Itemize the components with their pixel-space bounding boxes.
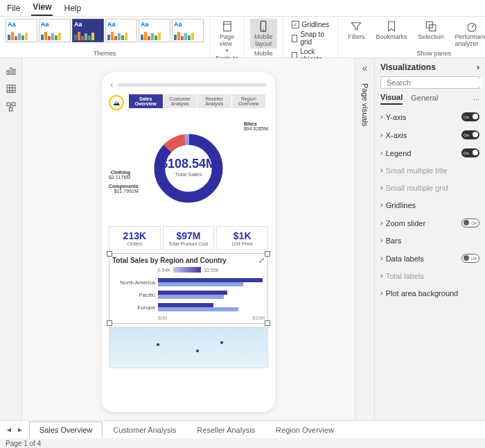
ribbon-show-panes-label: Show panes <box>417 50 452 57</box>
svg-line-7 <box>472 26 474 28</box>
svg-rect-10 <box>7 71 9 74</box>
report-view-icon[interactable] <box>6 65 17 76</box>
more-options-icon[interactable]: ··· <box>473 95 479 103</box>
theme-thumb[interactable]: Aa <box>105 19 137 42</box>
phone-tab-region[interactable]: Region Overview <box>232 94 266 108</box>
resize-handle[interactable] <box>107 251 112 257</box>
prop-bars[interactable]: Bars <box>380 232 479 249</box>
header-placeholder <box>118 83 267 87</box>
prop-legend[interactable]: LegendOn <box>380 144 479 162</box>
gridlines-checkbox[interactable]: Gridlines <box>292 21 329 28</box>
prop-total-labels: Total labels <box>380 267 479 284</box>
resize-handle[interactable] <box>265 251 270 257</box>
prev-page-icon[interactable]: ◄ <box>6 426 12 433</box>
svg-rect-13 <box>7 85 15 93</box>
resize-handle[interactable] <box>265 320 270 326</box>
color-scale-icon <box>173 267 201 273</box>
prop-small-mult-grid: Small multiple grid <box>380 179 479 196</box>
svg-rect-11 <box>10 68 12 74</box>
page-view-icon <box>221 20 233 33</box>
viz-pane-title: Visualizations <box>380 62 436 72</box>
toggle-off[interactable]: Off <box>461 254 479 263</box>
bookmarks-button[interactable]: Bookmarks <box>372 19 412 49</box>
toggle-off[interactable]: Off <box>461 218 479 227</box>
performance-icon <box>466 20 478 33</box>
back-icon[interactable]: ‹ <box>110 79 114 90</box>
legend-clothing: Clothing$2.1176M <box>109 170 130 180</box>
theme-thumb[interactable]: Aa <box>139 19 170 42</box>
expand-pane-icon[interactable]: « <box>362 62 368 74</box>
phone-tab-customer[interactable]: Customer Analysis <box>164 94 197 108</box>
kpi-product-cost[interactable]: $97MTotal Product Cost <box>163 226 215 250</box>
themes-gallery[interactable]: Aa Aa Aa Aa Aa Aa <box>6 19 204 42</box>
model-view-icon[interactable] <box>6 101 17 112</box>
toggle-on[interactable]: On <box>461 148 479 157</box>
theme-thumb[interactable]: Aa <box>172 19 204 42</box>
tab-general[interactable]: General <box>411 94 438 104</box>
checkbox-icon <box>292 35 298 42</box>
sheet-tab-customer[interactable]: Customer Analysis <box>103 422 186 438</box>
next-page-icon[interactable]: ► <box>17 426 24 433</box>
donut-chart[interactable]: $108.54M Total Sales Bikes$94.6205M Clot… <box>109 116 268 223</box>
phone-tab-sales[interactable]: Sales Overview <box>129 94 163 108</box>
theme-thumb[interactable]: Aa <box>39 19 71 42</box>
prop-zoom[interactable]: Zoom sliderOff <box>380 214 479 232</box>
visual-menu-icon[interactable]: ⤢ <box>258 256 265 265</box>
search-input[interactable] <box>387 78 482 87</box>
bookmark-icon <box>385 20 398 33</box>
prop-gridlines[interactable]: Gridlines <box>380 196 479 214</box>
sheet-tab-sales[interactable]: Sales Overview <box>29 422 103 438</box>
page-view-button[interactable]: Page view▾ <box>215 19 238 55</box>
menu-help[interactable]: Help <box>62 1 82 16</box>
menu-file[interactable]: File <box>6 1 21 16</box>
svg-rect-19 <box>12 103 15 106</box>
prop-data-labels[interactable]: Data labelsOff <box>380 249 479 267</box>
resize-handle[interactable] <box>107 320 112 326</box>
prop-xaxis[interactable]: X-axisOn <box>380 126 479 144</box>
checkbox-icon <box>292 21 299 28</box>
toggle-on[interactable]: On <box>461 112 479 121</box>
theme-thumb[interactable]: Aa <box>72 19 104 42</box>
bar-label: Europe <box>112 304 155 311</box>
svg-rect-12 <box>13 69 15 74</box>
ribbon-themes-label: Themes <box>94 50 116 57</box>
bar-chart-visual[interactable]: ⤢ Total Sales by Region and Country 6.54… <box>109 253 268 324</box>
data-view-icon[interactable] <box>6 83 17 94</box>
bar-chart-title: Total Sales by Region and Country <box>112 257 265 264</box>
bar-label: North America <box>112 279 155 286</box>
snap-to-grid-checkbox[interactable]: Snap to grid <box>292 31 329 46</box>
svg-rect-20 <box>9 107 12 111</box>
filters-button[interactable]: Filters <box>344 19 369 49</box>
kpi-unit-price[interactable]: $1KUnit Price <box>216 226 268 250</box>
tab-visual[interactable]: Visual <box>380 93 403 105</box>
prop-yaxis[interactable]: Y-axisOn <box>380 107 479 126</box>
collapse-pane-icon[interactable]: › <box>477 62 479 72</box>
toggle-on[interactable]: On <box>461 130 479 139</box>
report-logo-icon: ⛰ <box>109 95 124 110</box>
sheet-tab-region[interactable]: Region Overview <box>265 422 344 438</box>
legend-components: Components$11.7991M <box>109 184 139 193</box>
filter-icon <box>350 20 362 33</box>
ribbon-mobile-label: Mobile <box>254 50 273 57</box>
kpi-orders[interactable]: 213KOrders <box>109 226 161 250</box>
mobile-layout-button[interactable]: Mobile layout <box>250 19 277 49</box>
status-bar: Page 1 of 4 <box>0 438 485 448</box>
viz-search[interactable] <box>380 76 479 89</box>
donut-total-value: $108.54M <box>161 157 216 171</box>
selection-icon <box>425 20 437 33</box>
prop-small-mult-title: Small multiple title <box>380 162 479 179</box>
theme-thumb[interactable]: Aa <box>6 19 37 42</box>
performance-button[interactable]: Performance analyzer <box>451 19 485 49</box>
page-visuals-label[interactable]: Page visuals <box>361 83 369 126</box>
phone-tab-reseller[interactable]: Reseller Analysis <box>197 94 231 108</box>
mobile-icon <box>257 20 270 33</box>
prop-plot-area[interactable]: Plot area background <box>380 284 479 302</box>
sheet-tab-reseller[interactable]: Reseller Analysis <box>186 422 265 438</box>
map-visual[interactable] <box>109 327 268 368</box>
svg-rect-0 <box>223 21 231 31</box>
canvas-area[interactable]: ‹ ⛰ Sales Overview Customer Analysis Res… <box>22 58 355 420</box>
svg-rect-18 <box>7 103 10 106</box>
menu-view[interactable]: View <box>31 0 53 16</box>
legend-bikes: Bikes$94.6205M <box>244 121 268 131</box>
selection-button[interactable]: Selection <box>414 19 448 49</box>
